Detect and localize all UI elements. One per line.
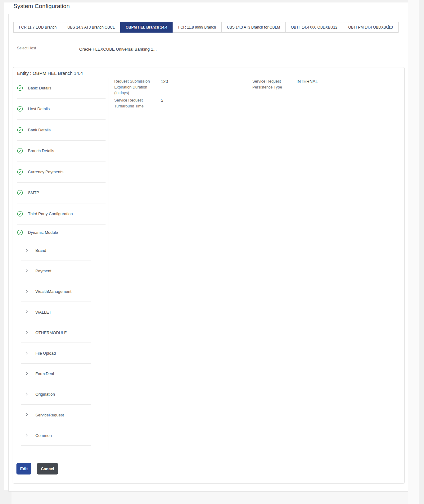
field-label: Service Request Persistence Type: [252, 79, 290, 90]
sidebar-module-label: Payment: [35, 269, 51, 273]
chevron-right-icon: [25, 309, 29, 315]
sidebar-bottom-divider: [17, 450, 109, 450]
check-circle-icon: [17, 127, 23, 133]
tab-ubs-14-3-at3-branch-obcl[interactable]: UBS 14.3 AT3 Branch OBCL: [62, 22, 120, 33]
sidebar-item-currency-payments[interactable]: Currency Payments: [17, 161, 106, 183]
field-label: Request Submission Expiration Duration (…: [114, 79, 152, 96]
sidebar-item-label: Dynamic Module: [28, 230, 58, 235]
cancel-button[interactable]: Cancel: [37, 463, 58, 474]
check-circle-icon: [17, 211, 23, 217]
chevron-right-icon: [25, 433, 29, 438]
sidebar-module-label: WealthManagement: [35, 289, 71, 294]
check-circle-icon: [17, 190, 23, 196]
field-request-submission-expiration: Request Submission Expiration Duration (…: [114, 79, 168, 96]
sidebar-item-dynamic-module[interactable]: Dynamic Module: [17, 225, 106, 240]
sidebar-module-label: ForexDeal: [35, 371, 54, 376]
sidebar-item-label: Bank Details: [28, 128, 51, 132]
chevron-right-icon: [25, 371, 29, 377]
tab-bar: FCR 11.7 EOD BranchUBS 14.3 AT3 Branch O…: [13, 22, 399, 33]
sidebar-module-wealthmanagement[interactable]: WealthManagement: [17, 281, 106, 302]
sidebar-divider: [109, 78, 109, 450]
sidebar-item-label: SMTP: [28, 190, 39, 195]
right-gutter: [408, 0, 419, 504]
sidebar-item-label: Host Details: [28, 107, 50, 111]
tab-fcr-11-7-eod-branch[interactable]: FCR 11.7 EOD Branch: [13, 22, 62, 33]
edit-button[interactable]: Edit: [16, 463, 31, 474]
chevron-right-icon: [25, 392, 29, 397]
chevron-right-icon: [25, 248, 29, 253]
sidebar-module-label: Origination: [35, 392, 55, 397]
sidebar-item-label: Basic Details: [28, 86, 51, 90]
check-circle-icon: [17, 169, 23, 175]
select-host-label: Select Host: [17, 46, 36, 50]
sidebar-module-label: File Upload: [35, 351, 56, 356]
sidebar-item-basic-details[interactable]: Basic Details: [17, 78, 106, 99]
field-value: INTERNAL: [296, 79, 318, 90]
sidebar-module-forexdeal[interactable]: ForexDeal: [17, 364, 106, 384]
sidebar-module-servicerequest[interactable]: ServiceRequest: [17, 405, 106, 425]
sidebar-module-label: OTHERMODULE: [35, 330, 67, 335]
sidebar-item-branch-details[interactable]: Branch Details: [17, 141, 106, 162]
tab-obpm-hel-branch-14-4[interactable]: OBPM HEL Branch 14.4: [120, 22, 173, 33]
select-host-value[interactable]: Oracle FLEXCUBE Universal Banking 1...: [79, 47, 157, 52]
sidebar-item-label: Third Party Configuration: [28, 211, 73, 216]
field-service-request-persistence: Service Request Persistence Type INTERNA…: [252, 79, 318, 90]
tabs-scroll-right-button[interactable]: [387, 25, 391, 30]
chevron-right-icon: [25, 351, 29, 356]
check-circle-icon: [17, 229, 23, 235]
sidebar-module-file-upload[interactable]: File Upload: [17, 343, 106, 363]
page-title: System Configuration: [13, 3, 70, 10]
config-sidebar: Basic DetailsHost DetailsBank DetailsBra…: [17, 78, 109, 446]
chevron-right-icon: [25, 289, 29, 294]
field-label: Service Request Turnaround Time: [114, 98, 152, 109]
sidebar-module-label: WALLET: [35, 310, 52, 315]
sidebar-module-brand[interactable]: Brand: [17, 240, 106, 261]
sidebar-module-payment[interactable]: Payment: [17, 261, 106, 281]
sidebar-module-wallet[interactable]: WALLET: [17, 302, 106, 322]
chevron-right-icon: [25, 330, 29, 335]
scrollbar-track[interactable]: [419, 0, 424, 504]
tab-fcr-11-8-9999-branch[interactable]: FCR 11.8 9999 Branch: [173, 22, 222, 33]
sidebar-item-label: Currency Payments: [28, 170, 63, 174]
chevron-right-icon: [25, 412, 29, 418]
sidebar-item-smtp[interactable]: SMTP: [17, 183, 106, 204]
tab-ubs-14-3-at3-branch-for-oblm[interactable]: UBS 14.3 AT3 Branch for OBLM: [221, 22, 286, 33]
sidebar-module-label: Brand: [35, 248, 46, 253]
sidebar-module-common[interactable]: Common: [17, 425, 106, 446]
sidebar-module-label: ServiceRequest: [35, 413, 64, 417]
chevron-right-icon: [25, 268, 29, 274]
sidebar-item-label: Branch Details: [28, 148, 54, 153]
entity-title: Entity : OBPM HEL Branch 14.4: [17, 70, 83, 76]
sidebar-module-origination[interactable]: Origination: [17, 384, 106, 405]
sidebar-item-bank-details[interactable]: Bank Details: [17, 120, 106, 141]
check-circle-icon: [17, 85, 23, 91]
check-circle-icon: [17, 106, 23, 112]
sidebar-item-host-details[interactable]: Host Details: [17, 99, 106, 120]
sidebar-module-othermodule[interactable]: OTHERMODULE: [17, 322, 106, 343]
field-value: 120: [161, 79, 168, 96]
field-value: 5: [161, 98, 163, 109]
field-service-request-turnaround: Service Request Turnaround Time 5: [114, 98, 163, 109]
check-circle-icon: [17, 148, 23, 154]
chevron-right-icon: [387, 25, 391, 30]
tab-obtf-14-4-000-obdxbu12[interactable]: OBTF 14.4 000 OBDXBU12: [285, 22, 343, 33]
page-bottom-band: [11, 490, 408, 504]
sidebar-module-label: Common: [35, 433, 52, 438]
sidebar-item-third-party-configuration[interactable]: Third Party Configuration: [17, 203, 106, 225]
